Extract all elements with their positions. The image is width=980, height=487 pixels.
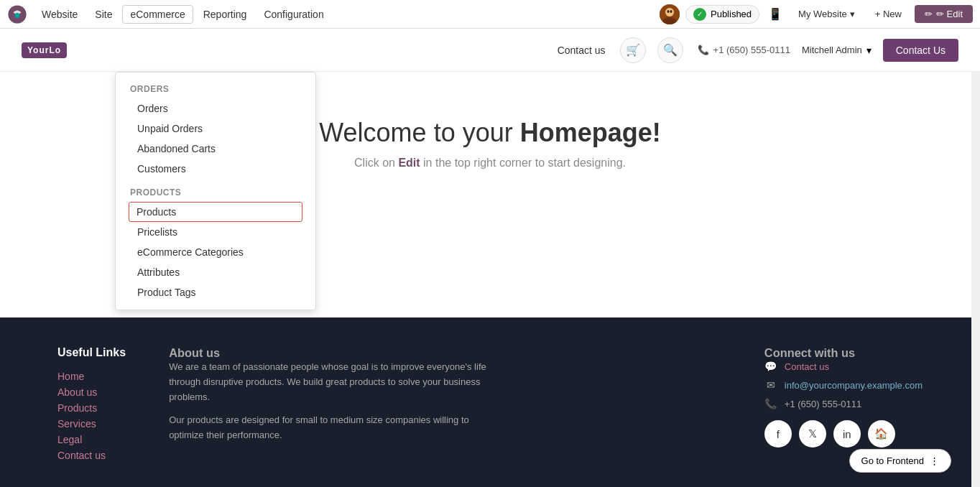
go-to-frontend-button[interactable]: Go to Frontend ⋮	[849, 449, 951, 473]
footer-about-text2: Our products are designed for small to m…	[169, 413, 499, 443]
new-button[interactable]: + New	[868, 6, 909, 22]
pencil-icon: ✏	[925, 9, 933, 19]
welcome-heading: Welcome to your Homepage!	[319, 118, 660, 148]
welcome-subtitle: Click on Edit in the top right corner to…	[354, 157, 626, 170]
products-section: Products Products Pricelists eCommerce C…	[116, 183, 315, 302]
nav-website[interactable]: Website	[34, 6, 85, 23]
social-icons: f 𝕏 in 🏠	[764, 420, 923, 447]
svg-point-6	[670, 10, 672, 13]
dropdown-attributes[interactable]: Attributes	[116, 262, 315, 282]
top-nav-right: Published 📱 My Website ▾ + New ✏ ✏ Edit	[660, 4, 973, 24]
nav-reporting[interactable]: Reporting	[196, 6, 254, 23]
header-nav-contact[interactable]: Contact us	[558, 45, 606, 56]
footer-link-about[interactable]: About us	[57, 386, 126, 398]
svg-point-3	[665, 8, 674, 17]
top-navigation: Website Site eCommerce Reporting Configu…	[0, 0, 980, 29]
footer-email[interactable]: info@yourcompany.example.com	[785, 380, 923, 391]
dropdown-ecommerce-categories[interactable]: eCommerce Categories	[116, 242, 315, 262]
avatar	[660, 4, 680, 24]
phone-footer-icon: 📞	[764, 397, 777, 410]
facebook-icon[interactable]: f	[764, 420, 792, 447]
edit-word: Edit	[398, 157, 420, 169]
published-label: Published	[711, 9, 752, 19]
more-options-icon[interactable]: ⋮	[930, 455, 939, 466]
phone-number: +1 (650) 555-0111	[713, 45, 790, 55]
go-frontend-label: Go to Frontend	[861, 455, 924, 466]
odoo-logo	[7, 4, 27, 24]
edit-button[interactable]: ✏ ✏ Edit	[915, 5, 973, 23]
header-nav: Contact us	[558, 45, 606, 56]
published-toggle[interactable]: Published	[685, 5, 759, 24]
my-website-button[interactable]: My Website ▾	[791, 6, 862, 22]
ecommerce-dropdown: Orders Orders Unpaid Orders Abandoned Ca…	[115, 72, 316, 310]
linkedin-icon[interactable]: in	[833, 420, 861, 447]
footer-about-text1: We are a team of passionate people whose…	[169, 360, 499, 404]
dropdown-pricelists[interactable]: Pricelists	[116, 222, 315, 242]
dropdown-product-tags[interactable]: Product Tags	[116, 282, 315, 302]
email-icon: ✉	[764, 379, 777, 391]
chevron-down-icon: ▾	[850, 9, 855, 19]
footer: Useful Links Home About us Products Serv…	[0, 317, 980, 487]
svg-point-5	[667, 10, 669, 13]
phone-area: 📞 +1 (650) 555-0111	[698, 45, 790, 55]
mobile-icon[interactable]: 📱	[765, 4, 785, 24]
dropdown-customers[interactable]: Customers	[116, 159, 315, 179]
footer-link-products[interactable]: Products	[57, 402, 126, 414]
header-icons: 🛒 🔍	[620, 37, 683, 63]
dropdown-products[interactable]: Products	[129, 202, 302, 222]
search-icon-button[interactable]: 🔍	[657, 37, 683, 63]
mitchell-chevron-icon: ▾	[866, 45, 872, 56]
toggle-check-icon	[693, 8, 706, 21]
twitter-icon[interactable]: 𝕏	[799, 420, 826, 447]
footer-connect: Connect with us 💬 Contact us ✉ info@your…	[764, 346, 923, 465]
contact-us-header-button[interactable]: Contact Us	[883, 39, 958, 62]
nav-configuration[interactable]: Configuration	[256, 6, 330, 23]
footer-useful-links: Useful Links Home About us Products Serv…	[57, 346, 126, 465]
mitchell-admin-button[interactable]: Mitchell Admin ▾	[802, 45, 872, 56]
nav-ecommerce[interactable]: eCommerce	[122, 5, 193, 24]
logo: YourLo	[22, 42, 67, 58]
nav-site[interactable]: Site	[88, 6, 119, 23]
website-header: YourLo Contact us 🛒 🔍 📞 +1 (650) 555-011…	[0, 29, 980, 72]
phone-icon: 📞	[698, 45, 709, 55]
mitchell-name: Mitchell Admin	[802, 45, 862, 55]
footer-contact-us-item: 💬 Contact us	[764, 360, 923, 373]
logo-area: YourLo	[22, 42, 67, 58]
footer-link-contact[interactable]: Contact us	[57, 450, 126, 461]
footer-contact-link[interactable]: Contact us	[785, 361, 829, 372]
cart-icon-button[interactable]: 🛒	[620, 37, 646, 63]
footer-phone-item: 📞 +1 (650) 555-0111	[764, 397, 923, 410]
products-section-header: Products	[116, 183, 315, 202]
dropdown-abandoned-carts[interactable]: Abandoned Carts	[116, 139, 315, 159]
footer-link-home[interactable]: Home	[57, 371, 126, 382]
orders-section-header: Orders	[116, 80, 315, 98]
dropdown-orders[interactable]: Orders	[116, 98, 315, 119]
home-icon[interactable]: 🏠	[868, 420, 895, 447]
footer-phone: +1 (650) 555-0111	[785, 399, 861, 409]
footer-link-legal[interactable]: Legal	[57, 434, 126, 445]
dropdown-unpaid-orders[interactable]: Unpaid Orders	[116, 119, 315, 139]
footer-about-title: About us	[169, 346, 499, 360]
speech-bubble-icon: 💬	[764, 360, 777, 373]
footer-connect-title: Connect with us	[764, 346, 923, 360]
footer-email-item: ✉ info@yourcompany.example.com	[764, 379, 923, 391]
footer-link-services[interactable]: Services	[57, 418, 126, 430]
scrollbar[interactable]	[971, 0, 980, 487]
footer-useful-links-title: Useful Links	[57, 346, 126, 359]
footer-about: About us We are a team of passionate peo…	[169, 346, 499, 465]
svg-point-1	[15, 12, 20, 17]
